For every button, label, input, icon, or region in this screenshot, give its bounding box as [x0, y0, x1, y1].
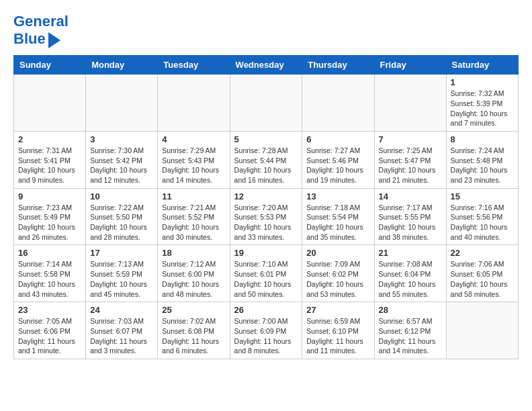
day-number: 2 [18, 134, 81, 144]
calendar-cell [230, 75, 302, 132]
day-info: Sunrise: 7:23 AM Sunset: 5:49 PM Dayligh… [18, 203, 81, 242]
calendar-cell: 3Sunrise: 7:30 AM Sunset: 5:42 PM Daylig… [86, 131, 158, 188]
calendar-cell: 7Sunrise: 7:25 AM Sunset: 5:47 PM Daylig… [374, 131, 446, 188]
day-info: Sunrise: 7:22 AM Sunset: 5:50 PM Dayligh… [90, 203, 153, 242]
calendar-cell: 18Sunrise: 7:12 AM Sunset: 6:00 PM Dayli… [158, 245, 230, 302]
day-number: 17 [90, 248, 153, 258]
calendar-header-row: SundayMondayTuesdayWednesdayThursdayFrid… [14, 56, 519, 75]
weekday-header-monday: Monday [86, 56, 158, 75]
day-number: 21 [379, 248, 442, 258]
day-number: 15 [451, 191, 514, 201]
calendar-cell [14, 75, 86, 132]
page-header: General Blue [13, 13, 519, 48]
calendar-cell: 1Sunrise: 7:32 AM Sunset: 5:39 PM Daylig… [446, 75, 518, 132]
calendar-week-3: 9Sunrise: 7:23 AM Sunset: 5:49 PM Daylig… [14, 188, 519, 245]
day-number: 12 [234, 191, 298, 201]
day-info: Sunrise: 7:08 AM Sunset: 6:04 PM Dayligh… [379, 259, 442, 299]
day-number: 27 [306, 305, 369, 315]
calendar-cell: 9Sunrise: 7:23 AM Sunset: 5:49 PM Daylig… [14, 188, 86, 245]
calendar-cell: 20Sunrise: 7:09 AM Sunset: 6:02 PM Dayli… [302, 245, 374, 302]
day-info: Sunrise: 7:18 AM Sunset: 5:54 PM Dayligh… [306, 203, 369, 242]
calendar-cell: 19Sunrise: 7:10 AM Sunset: 6:01 PM Dayli… [230, 245, 302, 302]
day-number: 11 [162, 191, 225, 201]
day-info: Sunrise: 7:28 AM Sunset: 5:44 PM Dayligh… [234, 146, 298, 185]
calendar-cell [302, 75, 374, 132]
day-number: 26 [234, 305, 298, 315]
day-info: Sunrise: 7:16 AM Sunset: 5:56 PM Dayligh… [451, 203, 514, 242]
day-number: 8 [451, 134, 514, 144]
weekday-header-wednesday: Wednesday [230, 56, 302, 75]
day-info: Sunrise: 7:12 AM Sunset: 6:00 PM Dayligh… [162, 259, 225, 299]
day-number: 25 [162, 305, 225, 315]
calendar-cell: 15Sunrise: 7:16 AM Sunset: 5:56 PM Dayli… [446, 188, 518, 245]
day-info: Sunrise: 7:13 AM Sunset: 5:59 PM Dayligh… [90, 259, 153, 299]
calendar-cell: 13Sunrise: 7:18 AM Sunset: 5:54 PM Dayli… [302, 188, 374, 245]
calendar-cell: 2Sunrise: 7:31 AM Sunset: 5:41 PM Daylig… [14, 131, 86, 188]
logo-text: General [13, 13, 69, 30]
day-info: Sunrise: 7:20 AM Sunset: 5:53 PM Dayligh… [234, 203, 298, 242]
weekday-header-thursday: Thursday [302, 56, 374, 75]
calendar-cell: 23Sunrise: 7:05 AM Sunset: 6:06 PM Dayli… [14, 302, 86, 359]
calendar-week-2: 2Sunrise: 7:31 AM Sunset: 5:41 PM Daylig… [14, 131, 519, 188]
day-info: Sunrise: 7:05 AM Sunset: 6:06 PM Dayligh… [18, 316, 81, 356]
calendar-cell: 10Sunrise: 7:22 AM Sunset: 5:50 PM Dayli… [86, 188, 158, 245]
day-info: Sunrise: 6:57 AM Sunset: 6:12 PM Dayligh… [379, 316, 442, 356]
day-info: Sunrise: 7:27 AM Sunset: 5:46 PM Dayligh… [306, 146, 369, 185]
day-info: Sunrise: 7:32 AM Sunset: 5:39 PM Dayligh… [451, 89, 514, 128]
calendar-cell: 12Sunrise: 7:20 AM Sunset: 5:53 PM Dayli… [230, 188, 302, 245]
day-number: 10 [90, 191, 153, 201]
day-info: Sunrise: 7:03 AM Sunset: 6:07 PM Dayligh… [90, 316, 153, 356]
day-number: 7 [379, 134, 442, 144]
day-number: 20 [306, 248, 369, 258]
calendar-cell: 28Sunrise: 6:57 AM Sunset: 6:12 PM Dayli… [374, 302, 446, 359]
calendar-cell [158, 75, 230, 132]
day-number: 5 [234, 134, 298, 144]
weekday-header-tuesday: Tuesday [158, 56, 230, 75]
calendar-week-4: 16Sunrise: 7:14 AM Sunset: 5:58 PM Dayli… [14, 245, 519, 302]
day-number: 28 [379, 305, 442, 315]
day-number: 22 [451, 248, 514, 258]
calendar-cell: 26Sunrise: 7:00 AM Sunset: 6:09 PM Dayli… [230, 302, 302, 359]
weekday-header-friday: Friday [374, 56, 446, 75]
weekday-header-sunday: Sunday [14, 56, 86, 75]
day-info: Sunrise: 7:10 AM Sunset: 6:01 PM Dayligh… [234, 259, 298, 299]
day-number: 24 [90, 305, 153, 315]
day-info: Sunrise: 7:25 AM Sunset: 5:47 PM Dayligh… [379, 146, 442, 185]
calendar-cell: 21Sunrise: 7:08 AM Sunset: 6:04 PM Dayli… [374, 245, 446, 302]
day-number: 14 [379, 191, 442, 201]
day-info: Sunrise: 7:06 AM Sunset: 6:05 PM Dayligh… [451, 259, 514, 299]
day-info: Sunrise: 7:29 AM Sunset: 5:43 PM Dayligh… [162, 146, 225, 185]
day-number: 4 [162, 134, 225, 144]
day-info: Sunrise: 7:31 AM Sunset: 5:41 PM Dayligh… [18, 146, 81, 185]
calendar-cell: 24Sunrise: 7:03 AM Sunset: 6:07 PM Dayli… [86, 302, 158, 359]
calendar-cell: 17Sunrise: 7:13 AM Sunset: 5:59 PM Dayli… [86, 245, 158, 302]
logo-general: General [13, 13, 69, 30]
calendar-cell: 5Sunrise: 7:28 AM Sunset: 5:44 PM Daylig… [230, 131, 302, 188]
logo-arrow-icon [48, 32, 60, 48]
calendar-cell [86, 75, 158, 132]
day-number: 13 [306, 191, 369, 201]
day-number: 18 [162, 248, 225, 258]
logo-blue: Blue [13, 31, 46, 47]
calendar-cell [374, 75, 446, 132]
calendar-cell: 14Sunrise: 7:17 AM Sunset: 5:55 PM Dayli… [374, 188, 446, 245]
calendar-week-5: 23Sunrise: 7:05 AM Sunset: 6:06 PM Dayli… [14, 302, 519, 359]
calendar-cell: 6Sunrise: 7:27 AM Sunset: 5:46 PM Daylig… [302, 131, 374, 188]
day-number: 1 [451, 77, 514, 87]
day-info: Sunrise: 7:00 AM Sunset: 6:09 PM Dayligh… [234, 316, 298, 356]
day-number: 3 [90, 134, 153, 144]
calendar-table: SundayMondayTuesdayWednesdayThursdayFrid… [13, 55, 519, 359]
calendar-cell: 27Sunrise: 6:59 AM Sunset: 6:10 PM Dayli… [302, 302, 374, 359]
day-info: Sunrise: 7:09 AM Sunset: 6:02 PM Dayligh… [306, 259, 369, 299]
day-info: Sunrise: 7:14 AM Sunset: 5:58 PM Dayligh… [18, 259, 81, 299]
day-number: 16 [18, 248, 81, 258]
calendar-cell: 25Sunrise: 7:02 AM Sunset: 6:08 PM Dayli… [158, 302, 230, 359]
calendar-cell: 22Sunrise: 7:06 AM Sunset: 6:05 PM Dayli… [446, 245, 518, 302]
day-info: Sunrise: 7:17 AM Sunset: 5:55 PM Dayligh… [379, 203, 442, 242]
day-number: 19 [234, 248, 298, 258]
calendar-cell: 11Sunrise: 7:21 AM Sunset: 5:52 PM Dayli… [158, 188, 230, 245]
logo: General Blue [13, 13, 69, 48]
day-info: Sunrise: 7:30 AM Sunset: 5:42 PM Dayligh… [90, 146, 153, 185]
day-info: Sunrise: 7:24 AM Sunset: 5:48 PM Dayligh… [451, 146, 514, 185]
calendar-cell: 4Sunrise: 7:29 AM Sunset: 5:43 PM Daylig… [158, 131, 230, 188]
